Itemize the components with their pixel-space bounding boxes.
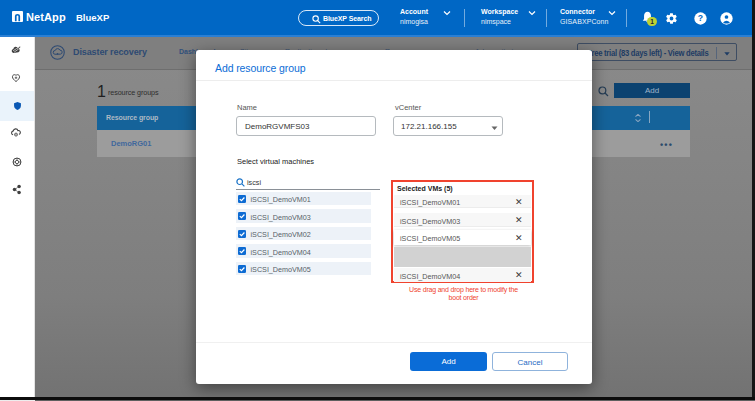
svg-text:?: ? <box>697 13 702 23</box>
